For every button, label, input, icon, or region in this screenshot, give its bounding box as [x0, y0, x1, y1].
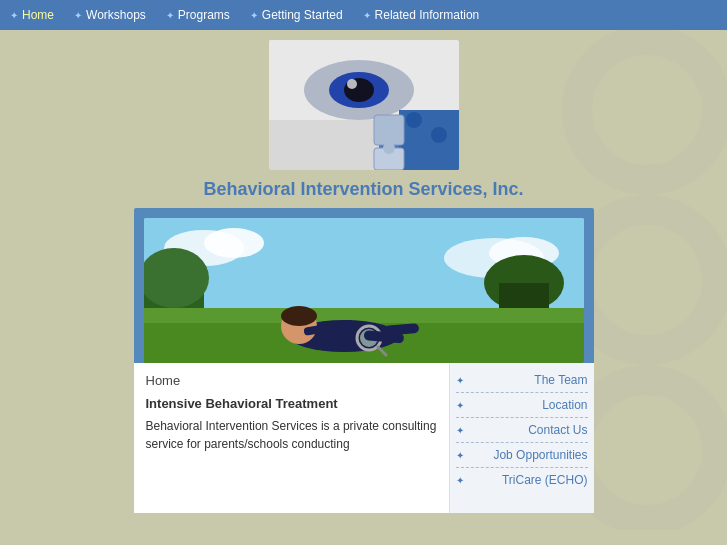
sidebar-divider-2 — [456, 417, 588, 418]
nav-item-related-information[interactable]: ✦ Related Information — [363, 8, 480, 22]
nav-label-related: Related Information — [375, 8, 480, 22]
sidebar-divider-4 — [456, 467, 588, 468]
navigation-bar: ✦ Home ✦ Workshops ✦ Programs ✦ Getting … — [0, 0, 727, 30]
sidebar-link-job-opportunities[interactable]: Job Opportunities — [468, 448, 588, 462]
hero-image — [144, 218, 584, 363]
sidebar-item-location[interactable]: ✦ Location — [456, 396, 588, 414]
nav-item-home[interactable]: ✦ Home — [10, 8, 54, 22]
nav-label-workshops: Workshops — [86, 8, 146, 22]
svg-point-11 — [406, 112, 422, 128]
sidebar-arrow-contact-us: ✦ — [456, 425, 464, 436]
sidebar-divider-1 — [456, 392, 588, 393]
right-sidebar: ✦ The Team ✦ Location ✦ Contact Us ✦ Job… — [449, 363, 594, 513]
section-title: Intensive Behavioral Treatment — [146, 396, 437, 411]
sidebar-arrow-the-team: ✦ — [456, 375, 464, 386]
site-title: Behavioral Intervention Services, Inc. — [203, 179, 523, 200]
nav-arrow-programs: ✦ — [166, 10, 174, 21]
main-content-area: Home Intensive Behavioral Treatment Beha… — [134, 363, 449, 513]
header-logo-area — [269, 40, 459, 170]
nav-label-home: Home — [22, 8, 54, 22]
hero-svg — [144, 218, 584, 363]
nav-arrow-workshops: ✦ — [74, 10, 82, 21]
sidebar-arrow-tricare: ✦ — [456, 475, 464, 486]
sidebar-link-the-team[interactable]: The Team — [468, 373, 588, 387]
sidebar-arrow-location: ✦ — [456, 400, 464, 411]
main-wrapper: Behavioral Intervention Services, Inc. — [0, 30, 727, 513]
nav-label-programs: Programs — [178, 8, 230, 22]
sidebar-item-the-team[interactable]: ✦ The Team — [456, 371, 588, 389]
sidebar-item-job-opportunities[interactable]: ✦ Job Opportunities — [456, 446, 588, 464]
nav-item-workshops[interactable]: ✦ Workshops — [74, 8, 146, 22]
sidebar-link-tricare[interactable]: TriCare (ECHO) — [468, 473, 588, 487]
nav-arrow-related: ✦ — [363, 10, 371, 21]
sidebar-item-contact-us[interactable]: ✦ Contact Us — [456, 421, 588, 439]
svg-point-12 — [431, 127, 447, 143]
svg-rect-13 — [374, 115, 404, 145]
bottom-section: Home Intensive Behavioral Treatment Beha… — [134, 363, 594, 513]
nav-arrow-home: ✦ — [10, 10, 18, 21]
nav-item-programs[interactable]: ✦ Programs — [166, 8, 230, 22]
sidebar-link-contact-us[interactable]: Contact Us — [468, 423, 588, 437]
puzzle-svg — [269, 40, 459, 170]
svg-point-29 — [281, 306, 317, 326]
sidebar-divider-3 — [456, 442, 588, 443]
svg-point-15 — [383, 142, 395, 154]
svg-point-8 — [347, 79, 357, 89]
sidebar-arrow-job-opportunities: ✦ — [456, 450, 464, 461]
sidebar-link-location[interactable]: Location — [468, 398, 588, 412]
nav-label-getting-started: Getting Started — [262, 8, 343, 22]
body-text: Behavioral Intervention Services is a pr… — [146, 417, 437, 453]
puzzle-image — [269, 40, 459, 170]
nav-item-getting-started[interactable]: ✦ Getting Started — [250, 8, 343, 22]
sidebar-item-tricare[interactable]: ✦ TriCare (ECHO) — [456, 471, 588, 489]
page-heading: Home — [146, 373, 437, 388]
nav-arrow-getting-started: ✦ — [250, 10, 258, 21]
svg-point-18 — [204, 228, 264, 258]
content-panel: Home Intensive Behavioral Treatment Beha… — [134, 208, 594, 513]
